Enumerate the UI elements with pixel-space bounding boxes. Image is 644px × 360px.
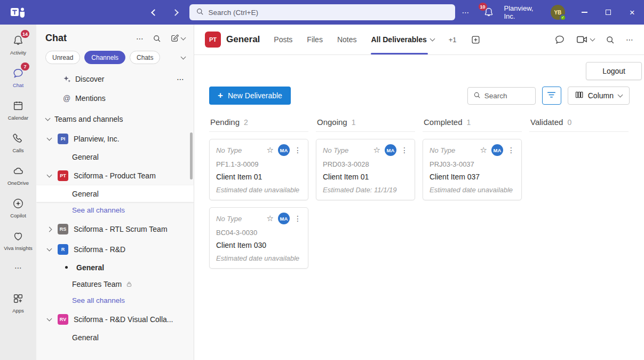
new-deliverable-button[interactable]: + New Deliverable <box>209 87 291 105</box>
team-row-product-team[interactable]: PT Sciforma - Product Team <box>36 166 194 185</box>
open-chat-icon[interactable] <box>554 34 565 45</box>
team-row-rtl-scrum[interactable]: RS Sciforma - RTL Scrum Team <box>36 220 194 239</box>
notifications-badge: 10 <box>479 3 487 11</box>
maximize-button[interactable] <box>597 0 621 25</box>
discover-item[interactable]: Discover ⋯ <box>36 69 194 89</box>
channel-item-features-team[interactable]: Features Team <box>36 276 194 292</box>
sidebar-scrollbar[interactable] <box>190 132 193 179</box>
tab-all-deliverables[interactable]: All Deliverables <box>371 25 434 54</box>
add-tab-button[interactable] <box>471 35 480 44</box>
card-name: Client Item 030 <box>216 241 301 249</box>
minimize-button[interactable] <box>573 0 597 25</box>
forward-icon[interactable] <box>172 9 179 16</box>
assignee-avatar[interactable]: MA <box>491 144 503 156</box>
apps-grid-icon <box>12 293 24 306</box>
mention-at-icon: @ <box>62 94 71 103</box>
card-id: PF1.1-3-0009 <box>216 160 301 168</box>
deliverable-card[interactable]: No Type ☆ MA ⋮ PRD03-3-0028 Client Item … <box>316 139 415 200</box>
team-avatar: R <box>58 244 68 255</box>
deliverable-card[interactable]: No Type ☆ MA ⋮ PF1.1-3-0009 Client Item … <box>209 139 308 200</box>
global-search-input[interactable] <box>209 9 449 17</box>
tab-files[interactable]: Files <box>307 25 323 54</box>
rail-item-viva-insights[interactable]: Viva Insights <box>0 224 36 257</box>
channel-item-general-selected[interactable]: General <box>36 185 194 202</box>
logout-button[interactable]: Logout <box>586 62 642 80</box>
rail-item-onedrive[interactable]: OneDrive <box>0 159 36 192</box>
titlebar: ⋯ 10 Planview, Inc. YB ✓ × <box>0 0 644 25</box>
close-button[interactable]: × <box>620 0 644 25</box>
rail-item-apps[interactable]: Apps <box>0 287 36 319</box>
sparkle-icon <box>62 75 71 84</box>
filter-chats[interactable]: Chats <box>130 51 160 64</box>
global-search[interactable] <box>189 4 455 20</box>
team-row-planview[interactable]: PI Planview, Inc. <box>36 129 194 148</box>
rail-more-apps-button[interactable]: ⋯ <box>0 257 36 278</box>
user-initials: YB <box>554 10 561 15</box>
assignee-avatar[interactable]: MA <box>278 213 290 224</box>
card-menu-icon[interactable]: ⋮ <box>401 146 408 154</box>
card-date: Estimated date unavailable <box>430 186 515 194</box>
sidebar-title: Chat <box>45 33 136 44</box>
user-avatar[interactable]: YB ✓ <box>551 5 565 20</box>
assignee-avatar[interactable]: MA <box>385 144 396 156</box>
rail-label: Calls <box>12 147 23 153</box>
search-icon <box>196 7 204 17</box>
activity-badge: 14 <box>21 30 29 38</box>
deliverable-card[interactable]: No Type ☆ MA ⋮ BC04-3-0030 Client Item 0… <box>209 207 308 269</box>
column-view-dropdown[interactable]: Column <box>568 87 630 105</box>
tab-notes[interactable]: Notes <box>337 25 357 54</box>
new-chat-button[interactable] <box>170 34 185 43</box>
team-row-rnd[interactable]: R Sciforma - R&D <box>36 240 194 259</box>
rail-item-calls[interactable]: Calls <box>0 127 36 159</box>
channel-more-options-button[interactable]: ⋯ <box>626 35 633 44</box>
more-tabs-overflow[interactable]: +1 <box>449 36 457 44</box>
rail-item-chat[interactable]: Chat 7 <box>0 61 36 94</box>
rail-item-copilot[interactable]: Copilot <box>0 192 36 224</box>
card-menu-icon[interactable]: ⋮ <box>294 146 301 154</box>
mentions-label: Mentions <box>75 94 106 103</box>
lane-count: 1 <box>467 118 471 127</box>
titlebar-more-button[interactable]: ⋯ <box>455 0 476 25</box>
see-all-channels-link[interactable]: See all channels <box>36 292 194 309</box>
star-icon[interactable]: ☆ <box>480 145 487 155</box>
channel-search-icon[interactable] <box>606 35 615 44</box>
notifications-bell-icon[interactable]: 10 <box>476 0 501 25</box>
back-icon[interactable] <box>151 9 158 16</box>
team-row-rnd-visual[interactable]: RV Sciforma - R&D Visual Colla... <box>36 310 194 329</box>
card-menu-icon[interactable]: ⋮ <box>507 146 515 154</box>
deliverable-card[interactable]: No Type ☆ MA ⋮ PRJ03-3-0037 Client Item … <box>423 139 522 200</box>
filter-unread[interactable]: Unread <box>45 51 80 64</box>
org-switcher[interactable]: Planview, Inc. <box>504 4 545 20</box>
channel-header: PT General Posts Files Notes All Deliver… <box>194 25 644 55</box>
discover-more-button[interactable]: ⋯ <box>177 75 184 83</box>
copilot-icon <box>12 198 24 211</box>
board-search-input[interactable] <box>484 92 530 100</box>
star-icon[interactable]: ☆ <box>267 214 274 223</box>
channel-item-general[interactable]: General <box>36 148 194 165</box>
star-icon[interactable]: ☆ <box>267 145 274 155</box>
chat-more-options-button[interactable]: ⋯ <box>136 34 144 43</box>
card-menu-icon[interactable]: ⋮ <box>294 214 301 223</box>
app-rail: Activity 14 Chat 7 Calendar Calls OneDri… <box>0 25 36 360</box>
chat-search-icon[interactable] <box>153 34 161 43</box>
board-toolbar: + New Deliverable Column <box>194 82 644 110</box>
teams-and-channels-section[interactable]: Teams and channels <box>36 108 194 128</box>
chevron-down-icon <box>590 36 595 42</box>
meet-camera-button[interactable] <box>576 35 594 44</box>
board-search-box[interactable] <box>467 87 536 105</box>
filter-channels[interactable]: Channels <box>84 51 125 64</box>
lane-count: 2 <box>244 118 248 127</box>
filters-collapse-icon[interactable] <box>181 54 186 59</box>
lane-count: 1 <box>352 118 356 127</box>
rail-item-activity[interactable]: Activity 14 <box>0 29 36 61</box>
star-icon[interactable]: ☆ <box>373 145 380 155</box>
card-date: Estimated date unavailable <box>216 254 301 262</box>
assignee-avatar[interactable]: MA <box>278 144 290 156</box>
mentions-item[interactable]: @ Mentions <box>36 89 194 108</box>
channel-item-general[interactable]: General <box>36 329 194 346</box>
tab-posts[interactable]: Posts <box>274 25 292 54</box>
rail-item-calendar[interactable]: Calendar <box>0 94 36 127</box>
channel-item-general-unread[interactable]: General <box>36 259 194 276</box>
see-all-channels-link[interactable]: See all channels <box>36 202 194 218</box>
filter-button[interactable] <box>542 87 561 105</box>
